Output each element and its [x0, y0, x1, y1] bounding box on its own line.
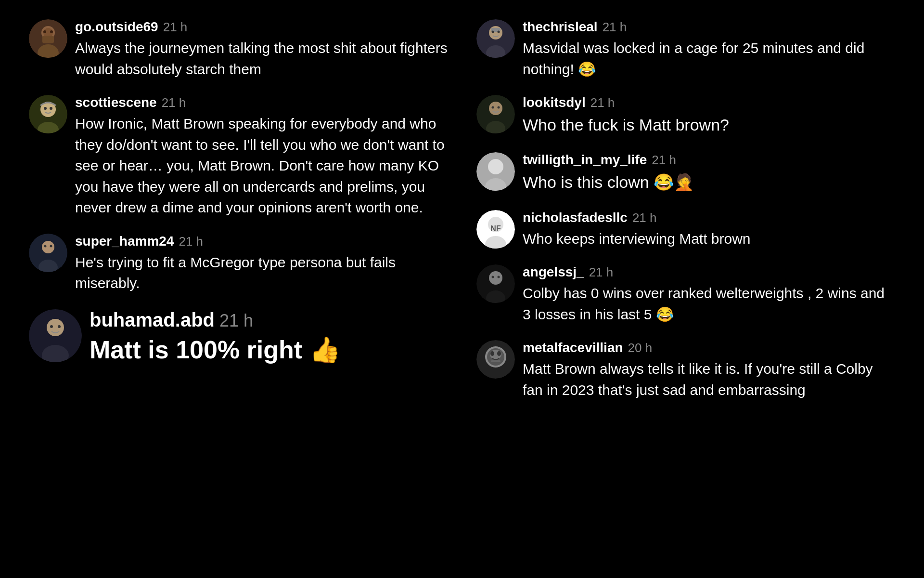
comment-body-gooutside69: go.outside69 21 h Always the journeymen …	[75, 19, 448, 79]
comment-header-scottiescene: scottiescene 21 h	[75, 95, 448, 110]
comment-twilligth: twilligth_in_my_life 21 h Who is this cl…	[476, 152, 895, 194]
svg-point-31	[492, 106, 494, 109]
timestamp-lookitsdyl: 21 h	[590, 95, 615, 110]
timestamp-gooutside69: 21 h	[163, 20, 188, 35]
comment-header-lookitsdyl: lookitsdyl 21 h	[523, 95, 895, 110]
avatar-angelssj	[476, 264, 515, 303]
svg-point-10	[44, 107, 47, 110]
comment-header-superhamm24: super_hamm24 21 h	[75, 234, 448, 249]
avatar-thechrisleal	[476, 19, 515, 58]
timestamp-superhamm24: 21 h	[179, 234, 203, 249]
comment-body-superhamm24: super_hamm24 21 h He's trying to fit a M…	[75, 234, 448, 294]
comment-text-metalfacevillian: Matt Brown always tells it like it is. I…	[523, 358, 895, 400]
right-column: thechrisleal 21 h Masvidal was locked in…	[462, 10, 910, 410]
username-twilligth: twilligth_in_my_life	[523, 152, 647, 168]
svg-point-34	[488, 159, 503, 174]
avatar-nicholasfades: NF	[476, 210, 515, 249]
svg-point-20	[50, 325, 53, 328]
comment-header-buhamadadbd: buhamad.abd 21 h	[90, 309, 448, 331]
svg-point-5	[43, 30, 46, 33]
comment-text-lookitsdyl: Who the fuck is Matt brown?	[523, 113, 895, 137]
comment-body-scottiescene: scottiescene 21 h How Ironic, Matt Brown…	[75, 95, 448, 218]
comment-text-thechrisleal: Masvidal was locked in a cage for 25 min…	[523, 38, 895, 79]
comment-body-angelssj: angelssj_ 21 h Colby has 0 wins over ran…	[523, 264, 895, 325]
svg-point-41	[489, 271, 502, 285]
comment-header-thechrisleal: thechrisleal 21 h	[523, 19, 895, 35]
svg-point-15	[44, 245, 47, 247]
comment-text-buhamadadbd: Matt is 100% right 👍	[90, 334, 448, 367]
comment-header-twilligth: twilligth_in_my_life 21 h	[523, 152, 895, 168]
comment-text-nicholasfades: Who keeps interviewing Matt brown	[523, 228, 895, 250]
comment-body-nicholasfades: nicholasfadesllc 21 h Who keeps intervie…	[523, 210, 895, 250]
timestamp-twilligth: 21 h	[652, 153, 676, 168]
comment-body-twilligth: twilligth_in_my_life 21 h Who is this cl…	[523, 152, 895, 194]
comment-buhamadadbd: buhamad.abd 21 h Matt is 100% right 👍	[29, 309, 448, 367]
username-lookitsdyl: lookitsdyl	[523, 95, 586, 110]
comment-thechrisleal: thechrisleal 21 h Masvidal was locked in…	[476, 19, 895, 79]
comment-header-angelssj: angelssj_ 21 h	[523, 264, 895, 280]
comment-text-gooutside69: Always the journeymen talking the most s…	[75, 38, 448, 79]
comment-header-metalfacevillian: metalfacevillian 20 h	[523, 340, 895, 355]
comment-angelssj: angelssj_ 21 h Colby has 0 wins over ran…	[476, 264, 895, 325]
timestamp-angelssj: 21 h	[589, 265, 614, 280]
username-metalfacevillian: metalfacevillian	[523, 340, 623, 355]
comment-body-buhamadadbd: buhamad.abd 21 h Matt is 100% right 👍	[90, 309, 448, 367]
avatar-gooutside69	[29, 19, 67, 58]
svg-point-27	[498, 31, 500, 33]
username-superhamm24: super_hamm24	[75, 234, 174, 249]
comment-lookitsdyl: lookitsdyl 21 h Who the fuck is Matt bro…	[476, 95, 895, 137]
comment-text-angelssj: Colby has 0 wins over ranked welterweigh…	[523, 283, 895, 325]
svg-rect-4	[42, 36, 54, 43]
svg-point-18	[47, 319, 64, 336]
comment-header-nicholasfades: nicholasfadesllc 21 h	[523, 210, 895, 225]
avatar-buhamadadbd	[29, 309, 82, 362]
timestamp-nicholasfades: 21 h	[632, 210, 657, 225]
username-buhamadadbd: buhamad.abd	[90, 309, 215, 331]
username-gooutside69: go.outside69	[75, 19, 158, 35]
username-angelssj: angelssj_	[523, 264, 584, 280]
comment-text-scottiescene: How Ironic, Matt Brown speaking for ever…	[75, 113, 448, 218]
comment-body-metalfacevillian: metalfacevillian 20 h Matt Brown always …	[523, 340, 895, 400]
svg-point-43	[492, 276, 494, 278]
timestamp-buhamadadbd: 21 h	[219, 311, 253, 331]
username-thechrisleal: thechrisleal	[523, 19, 598, 35]
svg-text:NF: NF	[490, 224, 501, 233]
avatar-metalfacevillian	[476, 340, 515, 379]
comment-body-lookitsdyl: lookitsdyl 21 h Who the fuck is Matt bro…	[523, 95, 895, 137]
username-scottiescene: scottiescene	[75, 95, 157, 110]
svg-point-6	[50, 30, 53, 33]
comment-nicholasfades: NF nicholasfadesllc 21 h Who keeps inter…	[476, 210, 895, 250]
comment-text-twilligth: Who is this clown 😂🤦	[523, 171, 895, 194]
svg-point-26	[492, 31, 494, 33]
avatar-superhamm24	[29, 234, 67, 272]
svg-point-44	[498, 276, 500, 278]
svg-point-49	[490, 351, 494, 356]
comment-scottiescene: scottiescene 21 h How Ironic, Matt Brown…	[29, 95, 448, 218]
timestamp-metalfacevillian: 20 h	[628, 341, 653, 355]
comment-metalfacevillian: metalfacevillian 20 h Matt Brown always …	[476, 340, 895, 400]
svg-point-29	[489, 102, 502, 115]
svg-point-32	[498, 106, 500, 109]
comment-superhamm24: super_hamm24 21 h He's trying to fit a M…	[29, 234, 448, 294]
timestamp-scottiescene: 21 h	[162, 95, 186, 110]
svg-point-11	[50, 107, 52, 110]
avatar-twilligth	[476, 152, 515, 191]
avatar-lookitsdyl	[476, 95, 515, 133]
comment-header-gooutside69: go.outside69 21 h	[75, 19, 448, 35]
timestamp-thechrisleal: 21 h	[603, 20, 627, 35]
svg-point-21	[58, 325, 61, 328]
left-column: go.outside69 21 h Always the journeymen …	[14, 10, 462, 410]
username-nicholasfades: nicholasfadesllc	[523, 210, 628, 225]
comment-text-superhamm24: He's trying to fit a McGregor type perso…	[75, 252, 448, 294]
svg-rect-51	[491, 360, 500, 362]
avatar-scottiescene	[29, 95, 67, 133]
comment-gooutside69: go.outside69 21 h Always the journeymen …	[29, 19, 448, 79]
svg-point-13	[42, 241, 54, 253]
svg-point-50	[497, 351, 501, 356]
svg-point-16	[50, 245, 52, 247]
comment-body-thechrisleal: thechrisleal 21 h Masvidal was locked in…	[523, 19, 895, 79]
comments-container: go.outside69 21 h Always the journeymen …	[0, 0, 924, 420]
